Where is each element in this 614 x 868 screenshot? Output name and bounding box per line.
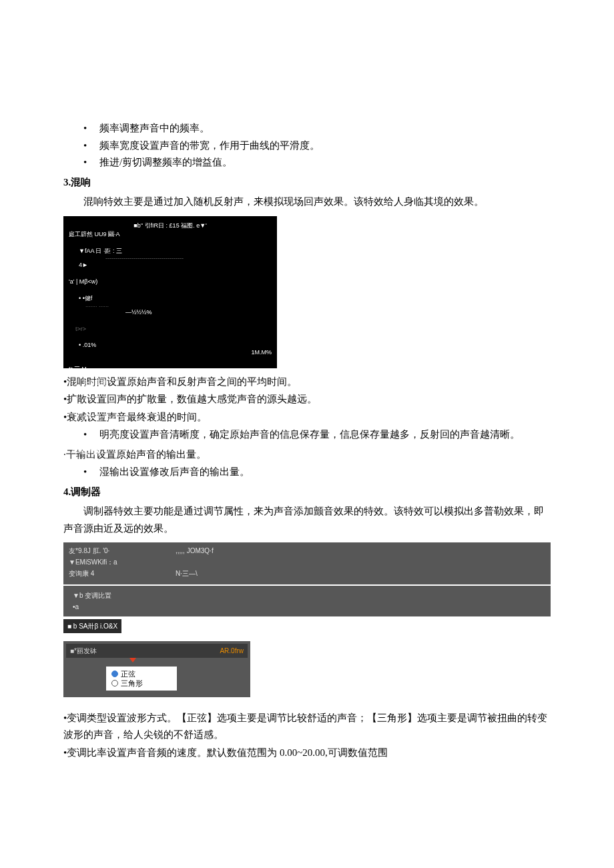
bullet-dot: • — [83, 464, 99, 481]
panel-dots: ....... ...... — [85, 302, 109, 308]
list-item-text: 湿输出设置修改后声音的输出量。 — [99, 464, 551, 481]
reverb-screenshot-panel: ■b'' 引fIR日 : £15 福图. e▼' 庭工辟然 UU9 圝·A ▼f… — [63, 216, 277, 368]
panel-line: t>r> — [69, 326, 272, 333]
bullet-dot: • — [83, 120, 99, 137]
panel-value — [176, 556, 545, 568]
modulator-body-header: ■*丽发砵 AR.0frw — [66, 644, 248, 658]
option-sine[interactable]: 正弦 — [111, 669, 172, 679]
modulator-intro-paragraph: 调制器特效主要功能是通过调节属性，来为声音添加颤音效果的特效。该特效可以模拟出多… — [63, 503, 551, 537]
panel-value: ,,,,, JOM3Q·f — [176, 545, 545, 556]
panel-value: AR.0frw — [220, 645, 244, 657]
modulator-prop: •变调类型设置波形方式。【正弦】选项主要是调节比较舒适的声音；【三角形】选项主要… — [63, 710, 551, 744]
section-heading-reverb: 3.混响 — [63, 174, 551, 191]
panel-value: 4► — [79, 262, 88, 268]
panel-line: • .01% 1M.M% — [69, 335, 272, 364]
modulator-toggle-button[interactable]: ■ b SA卅β i.O&X — [63, 619, 121, 633]
panel-row: 友*9.8J 肛. '0· ,,,,, JOM3Q·f — [69, 545, 545, 556]
panel-line: • •健f ....... ...... —½½½% — [69, 288, 272, 324]
bullet-dot: • — [83, 154, 99, 171]
panel-line: ▼fAA 日 ·距 : 三 --------------------------… — [69, 240, 272, 276]
panel-label: 变询康 4 — [69, 568, 176, 579]
panel-line: ½ | ⅝¼)t.. — [69, 438, 272, 446]
panel-line: • 合明高度 — [69, 380, 272, 387]
modulator-body-panel: ■*丽发砵 AR.0frw 正弦 三角形 — [63, 641, 250, 697]
panel-label: • •健f — [79, 295, 92, 302]
radio-icon — [111, 671, 118, 677]
option-triangle[interactable]: 三角形 — [111, 679, 172, 688]
marker-icon — [129, 658, 136, 663]
panel-label: • — [79, 400, 81, 407]
bullet-dot: • — [83, 137, 99, 155]
list-item-text: 频率宽度设置声音的带宽，作用于曲线的平滑度。 — [99, 137, 551, 155]
reverb-intro-paragraph: 混响特效主要是通过加入随机反射声，来模拟现场回声效果。该特效给人身临其境的效果。 — [63, 193, 551, 211]
list-item: • 频率宽度设置声音的带宽，作用于曲线的平滑度。 — [83, 137, 551, 155]
panel-label: 友*9.8J 肛. '0· — [69, 545, 176, 556]
modulator-prop: •变调比率设置声音音频的速度。默认数值范围为 0.00~20.00,可调数值范围 — [63, 745, 551, 762]
document-page: • 频率调整声音中的频率。 • 频率宽度设置声音的带宽，作用于曲线的平滑度。 •… — [0, 0, 614, 868]
panel-title: ■b'' 引fIR日 : £15 福图. e▼' — [69, 222, 272, 230]
option-label: 正弦 — [121, 669, 135, 679]
panel-label: ▼b 变调比置 — [73, 590, 545, 601]
panel-line: 庭工辟然 UU9 圝·A — [69, 231, 272, 238]
reverb-bullet-list-2: • 湿输出设置修改后声音的输出量。 — [63, 464, 551, 481]
panel-value: N·三—\ — [176, 568, 545, 579]
modulator-header-panel: 友*9.8J 肛. '0· ,,,,, JOM3Q·f ▼EMiSWKifi：a… — [63, 542, 551, 584]
section-heading-modulator: 4.调制器 — [63, 484, 551, 501]
list-item: • 湿输出设置修改后声音的输出量。 — [83, 464, 551, 481]
list-item-text: 推进/剪切调整频率的增益值。 — [99, 154, 551, 171]
radio-icon — [111, 680, 118, 687]
waveform-dropdown[interactable]: 正弦 三角形 — [106, 667, 177, 691]
list-item: • 推进/剪切调整频率的增益值。 — [83, 154, 551, 171]
panel-label: ▼fAA 日 ·距 : 三 — [79, 248, 122, 254]
panel-label: • .01% — [79, 342, 96, 348]
panel-line: ,b1⅜±,摘暖 — [69, 448, 272, 455]
panel-label: ■*丽发砵 — [70, 645, 97, 657]
panel-line: t>三 M — [69, 366, 272, 373]
modulator-sub-panel: ▼b 变调比置 •a — [63, 586, 551, 616]
panel-value: —½½½% — [125, 309, 152, 316]
panel-label: •a — [73, 601, 545, 612]
panel-line: 'a' | Mβ<w) — [69, 278, 272, 286]
panel-line: • 0 千•比 '/G.OC% — [69, 393, 272, 436]
panel-value: 0 千•比 '/G.OC% — [69, 415, 126, 429]
list-item-text: 频率调整声音中的频率。 — [99, 120, 551, 137]
frequency-bullet-list: • 频率调整声音中的频率。 • 频率宽度设置声音的带宽，作用于曲线的平滑度。 •… — [63, 120, 551, 171]
list-item: • 频率调整声音中的频率。 — [83, 120, 551, 137]
panel-value: 1M.M% — [251, 349, 272, 356]
panel-label: ▼EMiSWKifi：a — [69, 556, 176, 568]
panel-row: ▼EMiSWKifi：a — [69, 556, 545, 568]
option-label: 三角形 — [121, 679, 143, 688]
panel-row: 变询康 4 N·三—\ — [69, 568, 545, 579]
